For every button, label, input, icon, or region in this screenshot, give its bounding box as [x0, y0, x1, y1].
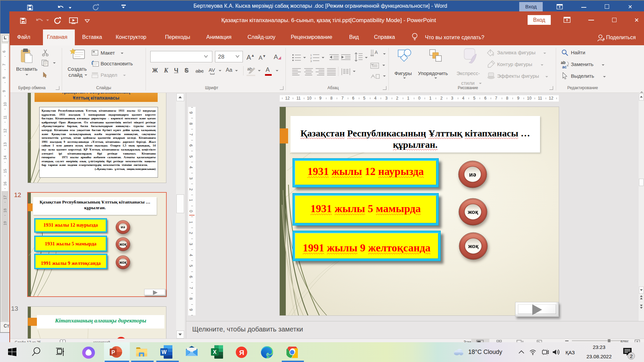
svg-text:жоқ: жоқ — [119, 242, 127, 247]
svg-text:Я: Я — [239, 349, 244, 356]
svg-text:жоқ: жоқ — [468, 209, 478, 215]
svg-text:1: 1 — [310, 54, 312, 57]
svg-text:иә: иә — [469, 171, 476, 178]
svg-text:А: А — [375, 50, 378, 55]
svg-text:P: P — [111, 350, 115, 355]
svg-text:ac: ac — [562, 65, 567, 69]
svg-text:2: 2 — [310, 57, 312, 60]
svg-text:X: X — [213, 349, 217, 355]
svg-text:иә: иә — [121, 225, 125, 229]
svg-text:жоқ: жоқ — [119, 260, 127, 265]
svg-text:3: 3 — [310, 60, 312, 62]
svg-text:ab: ab — [561, 60, 566, 65]
svg-text:W: W — [161, 349, 167, 355]
svg-text:жоқ: жоқ — [468, 243, 479, 249]
